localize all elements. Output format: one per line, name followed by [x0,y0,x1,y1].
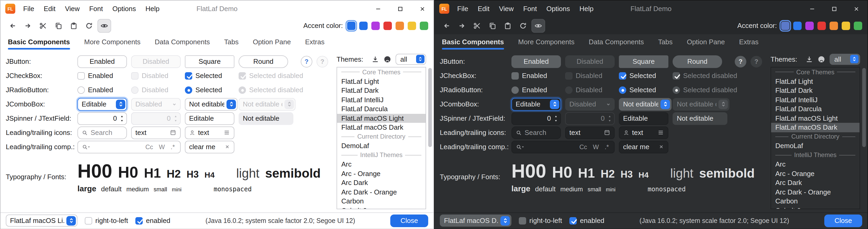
accent-color-swatch[interactable] [842,21,850,30]
menu-item[interactable]: Edit [39,1,60,17]
clearable-input[interactable]: clear me [619,140,669,153]
enabled-checkbox[interactable]: enabled [569,217,604,225]
user-input[interactable]: text [185,126,235,139]
jspinner[interactable]: 0 [78,112,127,125]
back-button[interactable] [440,19,454,32]
menu-item[interactable]: View [60,1,85,17]
jspinner[interactable]: 0 [512,112,561,125]
theme-list-item[interactable]: Arc [337,160,426,169]
paste-button[interactable] [501,19,515,32]
tab[interactable]: Basic Components [442,38,504,50]
jcheckbox-enabled[interactable]: Enabled [512,72,547,80]
calendar-icon[interactable] [169,129,177,136]
theme-list-item[interactable]: FlatLaf Light [771,77,860,86]
lookandfeel-combobox[interactable]: FlatLaf macOS D... [440,214,512,227]
menu-item[interactable]: Options [542,1,575,17]
chevron-up-down-icon[interactable] [116,99,125,109]
clear-icon[interactable] [224,144,230,150]
copy-button[interactable] [486,19,499,32]
accent-color-swatch[interactable] [408,21,416,30]
tab[interactable]: More Components [518,38,575,50]
lookandfeel-combobox[interactable]: FlatLaf macOS Li... [6,214,78,227]
tab[interactable]: Data Components [589,38,644,50]
search-input[interactable]: Search [512,126,561,139]
accent-color-swatch[interactable] [830,21,838,30]
scrollbar-thumb[interactable] [862,68,866,147]
download-icon[interactable] [805,55,813,63]
theme-list-item[interactable]: FlatLaf macOS Light [337,114,426,123]
menu-item[interactable]: Options [108,1,141,17]
menu-item[interactable]: Edit [473,1,494,17]
accent-color-swatch[interactable] [793,21,802,30]
clear-icon[interactable] [658,144,664,150]
regex-button[interactable]: .* [603,143,611,150]
theme-list-item[interactable]: Arc [771,160,860,169]
jbutton-square[interactable]: Square [619,55,669,68]
show-hidden-toggle-button[interactable] [97,19,111,32]
menu-item[interactable]: File [19,1,39,17]
jbutton-enabled[interactable]: Enabled [78,55,127,68]
jradiobutton-selected[interactable]: Selected [619,86,656,94]
show-hidden-toggle-button[interactable] [531,19,545,32]
user-input[interactable]: text [619,126,669,139]
theme-list-item[interactable]: Cobalt 2 [337,206,426,209]
tab[interactable]: Basic Components [8,38,70,50]
themes-scrollbar[interactable] [428,67,432,208]
jcheckbox-enabled[interactable]: Enabled [78,72,113,80]
tab[interactable]: More Components [84,38,141,50]
right-to-left-checkbox[interactable]: right-to-left [519,217,562,225]
accent-color-swatch[interactable] [347,21,355,30]
close-button[interactable]: Close [390,214,428,227]
github-icon[interactable] [817,55,825,63]
minimize-button[interactable] [801,1,823,17]
accent-color-swatch[interactable] [420,21,428,30]
theme-list-item[interactable]: Arc Dark - Orange [771,188,860,197]
theme-list-item[interactable]: Carbon [337,197,426,206]
tab[interactable]: Tabs [224,38,239,50]
theme-list-item[interactable]: FlatLaf IntelliJ [337,95,426,104]
jcombobox-editable[interactable]: Editable [78,98,127,110]
menu-item[interactable]: Help [141,1,164,17]
themes-filter-combobox[interactable]: all [830,54,860,64]
match-case-button[interactable]: Cc [144,143,155,150]
enabled-checkbox[interactable]: enabled [135,217,170,225]
theme-list-item[interactable]: Carbon [771,197,860,206]
download-icon[interactable] [371,55,379,63]
minimize-button[interactable] [367,1,389,17]
tab[interactable]: Option Pane [253,38,291,50]
jcombobox-editable[interactable]: Editable [512,98,561,110]
spinner-arrows-icon[interactable] [554,114,558,122]
regex-button[interactable]: .* [169,143,177,150]
jbutton-round[interactable]: Round [239,55,288,68]
accent-color-swatch[interactable] [854,21,862,30]
accent-color-swatch[interactable] [817,21,826,30]
accent-color-swatch[interactable] [781,21,789,30]
textfield-editable[interactable]: Editable [185,112,235,125]
jradiobutton-enabled[interactable]: Enabled [78,86,113,94]
cut-button[interactable] [470,19,484,32]
jradiobutton-enabled[interactable]: Enabled [512,86,547,94]
calendar-icon[interactable] [603,129,611,136]
whole-word-button[interactable]: W [591,143,600,150]
menu-item[interactable]: Help [575,1,598,17]
chevron-up-down-icon[interactable] [550,99,559,109]
menu-item[interactable]: File [453,1,473,17]
theme-list-item[interactable]: Arc - Orange [771,169,860,178]
cut-button[interactable] [36,19,50,32]
accent-color-swatch[interactable] [805,21,814,30]
menu-item[interactable]: Font [85,1,108,17]
search-with-options-input[interactable]: Cc W .* [512,140,615,153]
theme-list-item[interactable]: FlatLaf macOS Dark [337,123,426,132]
help-button[interactable]: ? [301,56,312,67]
themes-filter-combobox[interactable]: all [396,54,426,64]
spinner-arrows-icon[interactable] [120,114,124,122]
search-with-options-input[interactable]: Cc W .* [78,140,181,153]
theme-list-item[interactable]: FlatLaf macOS Light [771,114,860,123]
clearable-input[interactable]: clear me [185,140,235,153]
refresh-button[interactable] [516,19,530,32]
textfield-editable[interactable]: Editable [619,112,669,125]
search-options-icon[interactable] [516,144,525,150]
tab[interactable]: Data Components [155,38,210,50]
theme-list-item[interactable]: Arc Dark [337,178,426,188]
match-case-button[interactable]: Cc [578,143,589,150]
